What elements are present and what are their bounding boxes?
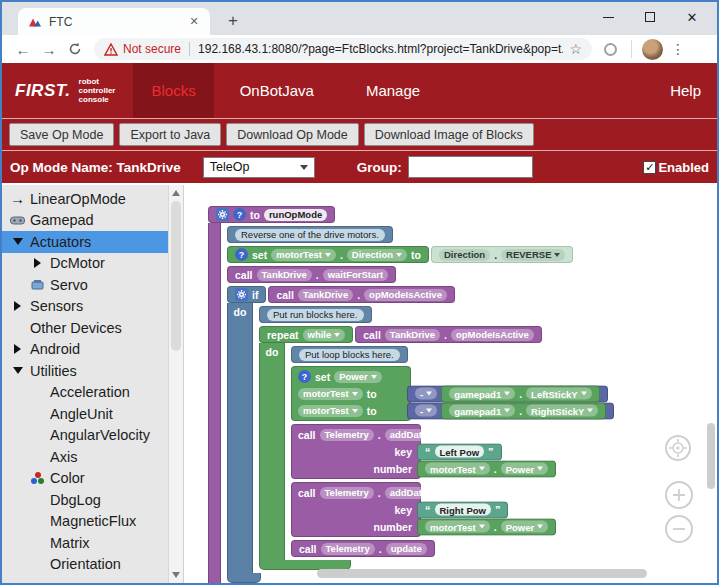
block-comment-reverse[interactable]: Reverse one of the drive motors. <box>227 226 393 243</box>
scroll-down-arrow-icon[interactable] <box>172 572 180 578</box>
zoom-in-button[interactable] <box>665 481 693 509</box>
motor-dropdown[interactable]: motorTest <box>425 521 490 533</box>
block-motor-power-getter[interactable]: motorTest . Power <box>417 518 556 535</box>
motor-dropdown[interactable]: motorTest <box>425 463 490 475</box>
sidebar-item-actuators[interactable]: Actuators <box>2 231 168 253</box>
tab-close-icon[interactable]: ✕ <box>186 14 202 30</box>
help-link[interactable]: Help <box>670 63 717 118</box>
block-gamepad-leftsticky[interactable]: gamepad1 . LeftStickY <box>441 385 599 402</box>
text-field[interactable]: Right Pow <box>435 504 491 516</box>
sidebar-item-angleunit[interactable]: AngleUnit <box>2 403 183 425</box>
block-call-waitforstart[interactable]: call TankDrive . waitForStart <box>227 266 396 283</box>
mutator-gear-icon[interactable] <box>216 208 229 221</box>
runopmode-left-bar[interactable] <box>208 223 221 583</box>
sidebar-item-matrix[interactable]: Matrix <box>2 532 183 554</box>
back-button[interactable]: ← <box>10 37 36 61</box>
blockly-workspace[interactable]: ? to runOpMode Reverse one of the drive … <box>183 185 717 583</box>
block-set-dual-power[interactable]: ? set Power motorTest <box>291 366 411 421</box>
block-negate[interactable]: - gamepad1 . LeftStickY <box>407 385 608 402</box>
sidebar-item-orientation[interactable]: Orientation <box>2 554 183 576</box>
block-text-right-pow[interactable]: “ Right Pow ” <box>417 501 508 518</box>
block-if-header[interactable]: if <box>227 286 266 303</box>
property-dropdown[interactable]: Power <box>501 521 549 533</box>
motor-dropdown[interactable]: motorTest <box>271 249 336 261</box>
window-maximize-button[interactable] <box>629 2 671 32</box>
sidebar-item-gamepad[interactable]: Gamepad <box>2 210 183 232</box>
nav-tab-onbotjava[interactable]: OnBotJava <box>214 63 340 118</box>
workspace-vertical-scrollbar[interactable] <box>707 423 715 489</box>
opmode-type-select[interactable]: TeleOp <box>203 157 315 178</box>
block-negate[interactable]: - gamepad1 . RightStickY <box>407 402 614 419</box>
if-do-bar[interactable]: do <box>227 303 253 573</box>
sidebar-item-dbglog[interactable]: DbgLog <box>2 489 183 511</box>
block-comment-run[interactable]: Put run blocks here. <box>259 306 372 323</box>
nav-tab-manage[interactable]: Manage <box>340 63 446 118</box>
block-text-left-pow[interactable]: “ Left Pow ” <box>417 443 502 460</box>
new-tab-button[interactable]: + <box>220 8 246 34</box>
gamepad-dropdown[interactable]: gamepad1 <box>449 388 515 400</box>
block-motor-power-getter[interactable]: motorTest . Power <box>417 460 556 477</box>
block-call-opmodeisactive[interactable]: call TankDrive . opModeIsActive <box>268 286 455 303</box>
window-close-button[interactable]: ✕ <box>671 2 713 32</box>
browser-tab[interactable]: FTC ✕ <box>18 8 210 35</box>
gamepad-dropdown[interactable]: gamepad1 <box>449 405 515 417</box>
block-runopmode[interactable]: ? to runOpMode Reverse one of the drive … <box>208 206 573 583</box>
block-direction-reverse-value[interactable]: Direction . REVERSE <box>431 246 574 263</box>
sidebar-item-color[interactable]: Color <box>2 468 183 490</box>
help-icon[interactable]: ? <box>235 248 248 261</box>
stick-property-dropdown[interactable]: LeftStickY <box>526 388 591 400</box>
window-minimize-button[interactable] <box>587 2 629 32</box>
block-call-opmodeisactive-2[interactable]: call TankDrive . opModeIsActive <box>355 326 542 343</box>
download-image-button[interactable]: Download Image of Blocks <box>364 123 534 146</box>
address-omnibox[interactable]: Not secure 192.168.43.1:8080/?page=FtcBl… <box>94 38 592 60</box>
sidebar-item-acceleration[interactable]: Acceleration <box>2 382 183 404</box>
bookmark-star-icon[interactable]: ☆ <box>569 41 582 57</box>
negate-op-dropdown[interactable]: - <box>415 388 437 400</box>
refresh-button[interactable] <box>62 37 88 61</box>
export-to-java-button[interactable]: Export to Java <box>119 123 221 146</box>
sidebar-item-axis[interactable]: Axis <box>2 446 183 468</box>
sidebar-item-servo[interactable]: Servo <box>2 274 183 296</box>
property-dropdown[interactable]: Power <box>501 463 549 475</box>
zoom-to-fit-button[interactable] <box>665 435 691 461</box>
motor-dropdown[interactable]: motorTest <box>298 405 363 417</box>
block-runopmode-header[interactable]: ? to runOpMode <box>208 206 335 223</box>
download-op-mode-button[interactable]: Download Op Mode <box>226 123 358 146</box>
procedure-name-field[interactable]: runOpMode <box>264 209 327 221</box>
workspace-horizontal-scrollbar[interactable] <box>317 569 647 578</box>
sidebar-item-other-devices[interactable]: Other Devices <box>2 317 183 339</box>
repeat-do-bar[interactable]: do <box>259 343 285 560</box>
scrollbar-thumb[interactable] <box>171 201 181 351</box>
block-comment-loop[interactable]: Put loop blocks here. <box>291 346 408 363</box>
sidebar-item-angularvelocity[interactable]: AngularVelocity <box>2 425 183 447</box>
not-secure-label[interactable]: Not secure <box>123 42 181 56</box>
if-bottom-bar[interactable] <box>227 573 261 583</box>
block-repeat-header[interactable]: repeat while <box>259 326 353 343</box>
block-if[interactable]: if call TankDrive . opModeIsActive <box>227 286 542 583</box>
extension-icon[interactable] <box>604 43 617 56</box>
group-input[interactable] <box>408 156 533 178</box>
block-telemetry-update[interactable]: call Telemetry . update <box>291 540 435 557</box>
zoom-out-button[interactable] <box>665 515 693 543</box>
sidebar-item-sensors[interactable]: Sensors <box>2 296 183 318</box>
sidebar-item-utilities[interactable]: Utilities <box>2 360 183 382</box>
mutator-gear-icon[interactable] <box>235 288 248 301</box>
save-op-mode-button[interactable]: Save Op Mode <box>9 123 114 146</box>
sidebar-item-dcmotor[interactable]: DcMotor <box>2 253 183 275</box>
enabled-checkbox[interactable]: ✓ <box>643 161 656 174</box>
block-telemetry-adddata-left[interactable]: call Telemetry . addData <box>291 424 421 479</box>
sidebar-item-android[interactable]: Android <box>2 339 183 361</box>
repeat-mode-dropdown[interactable]: while <box>303 329 346 341</box>
negate-op-dropdown[interactable]: - <box>415 405 437 417</box>
sidebar-item-linearopmode[interactable]: → LinearOpMode <box>2 188 183 210</box>
motor-dropdown[interactable]: motorTest <box>298 388 363 400</box>
profile-avatar[interactable] <box>642 39 663 60</box>
nav-tab-blocks[interactable]: Blocks <box>133 63 213 118</box>
help-icon[interactable]: ? <box>298 370 311 383</box>
url-text[interactable]: 192.168.43.1:8080/?page=FtcBlocks.html?p… <box>198 42 563 56</box>
property-dropdown[interactable]: Direction <box>347 249 407 261</box>
help-icon[interactable]: ? <box>233 208 246 221</box>
forward-button[interactable]: → <box>36 37 62 61</box>
stick-property-dropdown[interactable]: RightStickY <box>526 405 598 417</box>
text-field[interactable]: Left Pow <box>435 446 485 458</box>
